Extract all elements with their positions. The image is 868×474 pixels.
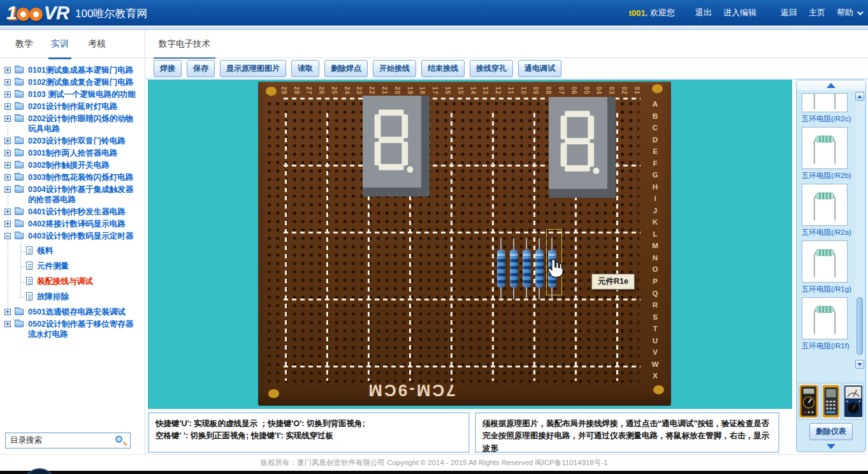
digital-meter-thumbnail[interactable] [821,383,841,420]
tree-subitem[interactable]: 元件测量 [0,260,143,272]
toolbar-button-结束接线[interactable]: 结束接线 [421,60,465,77]
board-size-label: 7CM-9CM [357,380,465,400]
scrollbar-thumb[interactable] [857,297,863,355]
digital-multimeter-thumbnail[interactable] [799,383,819,420]
tree-item[interactable]: +0103 测试一个逻辑电路的功能 [0,89,143,100]
tree-subitem[interactable]: 故障排除 [0,291,143,303]
folder-icon [15,138,24,144]
expand-icon[interactable]: + [4,67,11,73]
scrollbar-down-button[interactable] [855,360,864,369]
tree-item[interactable]: +0202设计制作眼睛闪烁的动物玩具电路 [0,113,143,135]
panel-scroll-down[interactable] [797,441,865,452]
expand-icon[interactable]: + [4,103,11,110]
component-box[interactable] [802,297,848,339]
col-number: 20 [387,85,401,96]
search-icon[interactable] [115,436,122,443]
tree-item[interactable]: +0502设计制作基于移位寄存器流水灯电路 [0,318,143,340]
nav-link-4[interactable]: 帮助 [837,7,862,19]
board-column-numbers: 3029282726252423222120191817161514131211… [262,84,639,98]
mount-hole [652,84,663,93]
expand-icon[interactable]: + [4,321,11,327]
component-panel: 五环电阻(/R2c) 五环电阻(/R2b) 五环电阻(/R2a) 五环电阻(/R… [796,80,866,452]
panel-scrollbar[interactable] [855,92,864,379]
tree-item[interactable]: +0201设计制作延时灯电路 [0,101,143,112]
resistor-body [523,249,531,288]
perfboard[interactable]: 3029282726252423222120191817161514131211… [258,82,671,406]
resistor-component[interactable] [509,238,518,299]
toolbar-button-接线穿孔[interactable]: 接线穿孔 [470,60,513,77]
panel-scroll-up[interactable] [797,80,865,91]
tree-item[interactable]: +0101测试集成基本逻辑门电路 [0,64,143,76]
tree-item[interactable]: +0302制作触摸开关电路 [0,159,143,171]
resistor-lead [539,238,540,249]
resistor-body [510,249,518,288]
toolbar-button-显示原理图图片[interactable]: 显示原理图图片 [220,60,286,77]
expand-icon[interactable]: + [4,221,11,227]
sidebar-tab-教学[interactable]: 教学 [15,38,33,50]
tree-item-label: 0201设计制作延时灯电路 [28,102,117,111]
component-box[interactable] [802,184,848,226]
expand-icon[interactable]: + [4,174,11,181]
sim-canvas[interactable]: 3029282726252423222120191817161514131211… [148,80,792,409]
expand-icon[interactable]: + [4,138,11,144]
expand-icon[interactable]: + [4,115,11,122]
expand-icon[interactable]: + [4,91,11,98]
tree-item[interactable]: +0203设计制作双音门铃电路 [0,135,143,147]
toolbar-button-焊接[interactable]: 焊接 [154,60,182,77]
seven-segment-display-1[interactable] [363,96,430,196]
nav-link-2[interactable]: 返回 [781,7,797,19]
component-box[interactable] [802,127,848,169]
nav-link-1[interactable]: 进入编辑 [723,7,756,19]
expand-icon[interactable]: + [4,162,11,168]
tree-item-label: 0302制作触摸开关电路 [28,161,110,170]
expand-icon[interactable]: + [4,150,11,156]
nav-link-0[interactable]: 退出 [695,7,712,19]
site-logo[interactable]: 1 VR [6,1,69,24]
tab-digital-electronics[interactable]: 数字电子技术 [159,38,210,50]
tree-item-label: 0403设计制作数码显示定时器 [28,232,133,241]
search-input[interactable] [6,433,130,448]
tree-item[interactable]: +0402搭接计数译码显示电路 [0,218,143,230]
logo-vr: VR [44,3,69,24]
seven-segment-display-2[interactable] [549,97,616,198]
digit-8-glyph [556,106,600,180]
toolbar-button-删除焊点[interactable]: 删除焊点 [324,60,368,77]
tree-item[interactable]: +0303制作氙花装饰闪烁灯电路 [0,172,143,183]
component-box[interactable] [802,93,848,112]
toolbar-button-通电调试[interactable]: 通电调试 [518,60,561,77]
nav-link-3[interactable]: 主页 [809,7,825,19]
col-number: 13 [475,85,489,96]
expand-icon[interactable]: + [4,309,11,315]
folder-icon [15,321,24,327]
tree-item[interactable]: +0102测试集成复合逻辑门电路 [0,77,143,88]
analog-multimeter-thumbnail[interactable] [843,383,864,420]
collapse-icon[interactable]: − [4,233,11,239]
tree-subitem[interactable]: 装配接线与调试 [0,276,143,288]
tree-item[interactable]: +0501选通锁存电路安装调试 [0,306,143,318]
delete-instrument-button[interactable]: 删除仪表 [809,423,853,440]
tree-subitem[interactable]: 领料 [0,245,143,257]
expand-icon[interactable]: + [4,209,11,215]
expand-icon[interactable]: + [4,186,11,193]
component-box[interactable] [802,241,848,283]
toolbar-button-保存[interactable]: 保存 [187,60,215,77]
resistor-body [497,249,505,288]
tree-item[interactable]: −0403设计制作数码显示定时器 [0,230,143,242]
toolbar-button-读取[interactable]: 读取 [291,60,319,77]
tree-item[interactable]: +0304设计制作基于集成触发器的抢答器电路 [0,184,143,205]
bottom-bar [0,471,868,474]
tree-item-label: 0304设计制作基于集成触发器的抢答器电路 [28,185,133,204]
folder-icon [15,209,24,215]
resistor-lead [513,238,514,249]
tree-item[interactable]: +0401设计制作秒发生器电路 [0,206,143,218]
resistor-component[interactable] [535,238,544,299]
resistor-component[interactable] [496,238,505,299]
scrollbar-up-button[interactable] [855,92,864,101]
arrow-up-icon [857,95,862,98]
toolbar-button-开始接线[interactable]: 开始接线 [373,60,416,77]
expand-icon[interactable]: + [4,79,11,85]
resistor-component[interactable] [522,238,531,299]
sidebar-tab-考核[interactable]: 考核 [88,38,106,50]
sidebar-tab-实训[interactable]: 实训 [51,38,69,50]
tree-item[interactable]: +0301制作两人抢答器电路 [0,147,143,159]
